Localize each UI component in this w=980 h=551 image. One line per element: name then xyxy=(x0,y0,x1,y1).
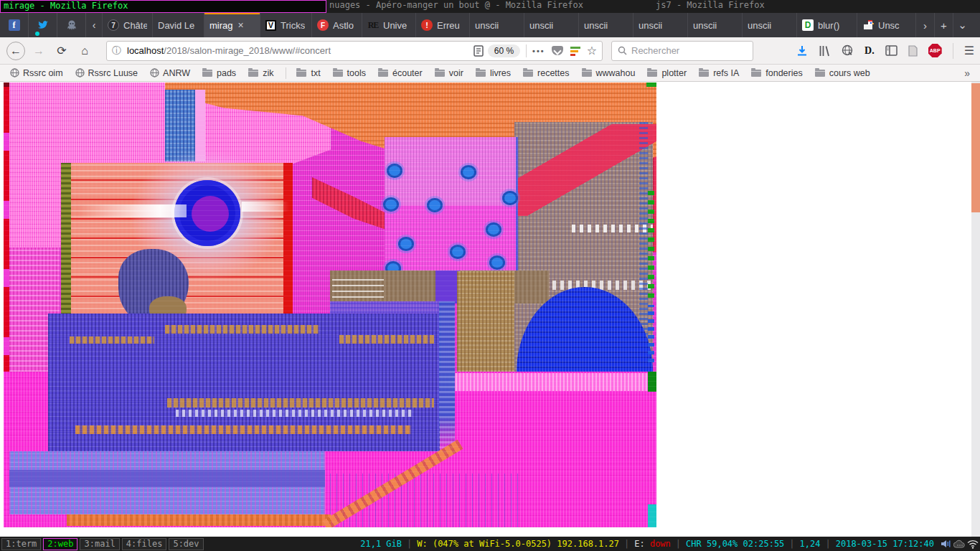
workspace-1-term[interactable]: 1:term xyxy=(1,538,41,550)
bookmark-folder-ecouter[interactable]: écouter xyxy=(378,68,423,78)
tab-blur[interactable]: D blur() xyxy=(796,13,857,37)
workspace-4-files[interactable]: 4:files xyxy=(122,538,167,550)
bookmark-folder-refs-ia[interactable]: refs IA xyxy=(699,68,739,78)
folder-icon xyxy=(248,70,258,77)
pinned-tab-facebook[interactable]: f xyxy=(0,13,29,37)
bookmark-folder-cours-web[interactable]: cours web xyxy=(815,68,870,78)
cloud-icon[interactable] xyxy=(953,540,965,548)
bookmarks-overflow-chevron[interactable]: » xyxy=(964,67,970,79)
bookmark-folder-fonderies[interactable]: fonderies xyxy=(751,68,802,78)
scroll-tabs-right-button[interactable]: › xyxy=(915,13,934,37)
art-blue-dot xyxy=(450,245,466,259)
bookmark-label: Rssrc Luuse xyxy=(88,68,138,78)
search-input[interactable] xyxy=(631,45,739,56)
art-bowl-center xyxy=(192,196,229,232)
bookmark-folder-recettes[interactable]: recettes xyxy=(523,68,569,78)
bookmark-rssrc-oim[interactable]: Rssrc oim xyxy=(10,68,63,78)
search-bar[interactable] xyxy=(611,41,753,61)
pocket-icon[interactable] xyxy=(552,46,563,55)
tab-unscii-6[interactable]: unscii xyxy=(742,13,796,37)
zoom-level-button[interactable]: 60 % xyxy=(488,44,520,57)
tab-tricks[interactable]: V Tricks xyxy=(260,13,311,37)
page-tool-icon[interactable] xyxy=(908,45,918,57)
reload-button[interactable]: ⟳ xyxy=(50,40,73,62)
tab-unscii-5[interactable]: unscii xyxy=(687,13,742,37)
tab-label: unscii xyxy=(529,20,553,31)
tab-universite[interactable]: RE Unive xyxy=(362,13,415,37)
stats-bars-icon[interactable] xyxy=(570,45,581,57)
status-separator: | xyxy=(407,539,412,549)
notification-dot xyxy=(35,32,39,36)
globe-extension-icon[interactable] xyxy=(842,44,854,57)
bookmark-anrw[interactable]: ANRW xyxy=(150,68,190,78)
tab-close-button[interactable]: × xyxy=(238,19,244,31)
bookmark-folder-plotter[interactable]: plotter xyxy=(647,68,687,78)
url-path: /2018/salon-mirage_2018/www/#concert xyxy=(164,45,331,56)
bookmark-star-icon[interactable]: ☆ xyxy=(587,44,597,57)
folder-icon xyxy=(435,70,445,77)
library-icon[interactable] xyxy=(819,45,831,57)
reader-mode-icon[interactable] xyxy=(473,45,484,57)
sidebar-toggle-icon[interactable] xyxy=(885,45,897,56)
url-host: localhost xyxy=(127,45,164,56)
tab-mirage-active[interactable]: mirag × xyxy=(204,13,260,37)
tab-label: unscii xyxy=(639,20,662,31)
wifi-icon[interactable] xyxy=(967,540,979,549)
tab-label: Erreu xyxy=(437,20,460,31)
art-tan-column xyxy=(457,271,514,372)
page-actions-button[interactable]: ••• xyxy=(532,47,545,55)
volume-icon[interactable] xyxy=(941,539,951,549)
globe-icon xyxy=(75,68,85,77)
tab-unscii-duck[interactable]: Unsc xyxy=(857,13,915,37)
tab-erreur[interactable]: ! Erreu xyxy=(415,13,469,37)
art-blue-pole-lower xyxy=(439,301,455,453)
art-blue-dot xyxy=(398,237,414,251)
art-white-flare xyxy=(79,204,187,217)
pinned-tab-octopus[interactable] xyxy=(57,13,86,37)
bookmark-label: wwwahou xyxy=(596,68,636,78)
i3-status-bar: 1:term 2:web 3:mail 4:files 5:dev 21,1 G… xyxy=(0,537,980,551)
adblock-plus-icon[interactable]: ABP xyxy=(928,44,942,57)
home-button[interactable]: ⌂ xyxy=(73,40,96,62)
tab-david-le[interactable]: David Le xyxy=(152,13,204,37)
forward-button[interactable]: → xyxy=(27,40,50,62)
menu-button[interactable]: ☰ xyxy=(964,44,974,57)
tab-unscii-3[interactable]: unscii xyxy=(578,13,633,37)
bookmark-folder-livres[interactable]: livres xyxy=(476,68,511,78)
new-tab-button[interactable]: + xyxy=(934,13,953,37)
bookmark-folder-txt[interactable]: txt xyxy=(296,68,320,78)
scroll-tabs-left-button[interactable]: ‹ xyxy=(86,13,102,37)
tab-chateau[interactable]: 7 Châte xyxy=(102,13,152,37)
art-olive-strip xyxy=(61,163,71,315)
art-red-strip xyxy=(283,163,293,315)
bookmark-folder-tools[interactable]: tools xyxy=(333,68,366,78)
back-button[interactable]: ← xyxy=(4,40,27,62)
tab-label: blur() xyxy=(818,20,839,31)
folder-icon xyxy=(523,70,533,77)
art-tan-bar xyxy=(70,336,154,344)
tab-unscii-4[interactable]: unscii xyxy=(633,13,687,37)
pixel-duck-favicon xyxy=(862,19,874,31)
url-bar[interactable]: ⓘ localhost/2018/salon-mirage_2018/www/#… xyxy=(106,41,603,61)
art-blue-dot xyxy=(489,255,505,270)
workspace-5-dev[interactable]: 5:dev xyxy=(169,538,203,550)
url-text[interactable]: localhost/2018/salon-mirage_2018/www/#co… xyxy=(127,45,469,56)
dictionary-icon[interactable]: D. xyxy=(864,45,875,57)
workspace-3-mail[interactable]: 3:mail xyxy=(80,538,119,550)
bookmark-folder-voir[interactable]: voir xyxy=(435,68,463,78)
tab-unscii-2[interactable]: unscii xyxy=(524,13,578,37)
pinned-tab-twitter[interactable] xyxy=(29,13,57,37)
page-scrollbar-track[interactable] xyxy=(971,82,980,537)
page-scrollbar-thumb[interactable] xyxy=(971,83,980,212)
bookmark-rssrc-luuse[interactable]: Rssrc Luuse xyxy=(75,68,138,78)
tab-list-dropdown-button[interactable]: ⌄ xyxy=(953,13,971,37)
workspace-2-web[interactable]: 2:web xyxy=(43,538,77,550)
download-icon[interactable] xyxy=(796,45,808,57)
bookmark-folder-wwwahou[interactable]: wwwahou xyxy=(582,68,636,78)
bookmark-folder-pads[interactable]: pads xyxy=(202,68,236,78)
tab-astlo[interactable]: F Astlo xyxy=(311,13,362,37)
site-info-icon[interactable]: ⓘ xyxy=(112,44,121,57)
bookmark-folder-zik[interactable]: zik xyxy=(248,68,273,78)
tab-unscii-1[interactable]: unscii xyxy=(469,13,524,37)
status-ethernet: E: down xyxy=(634,539,671,549)
